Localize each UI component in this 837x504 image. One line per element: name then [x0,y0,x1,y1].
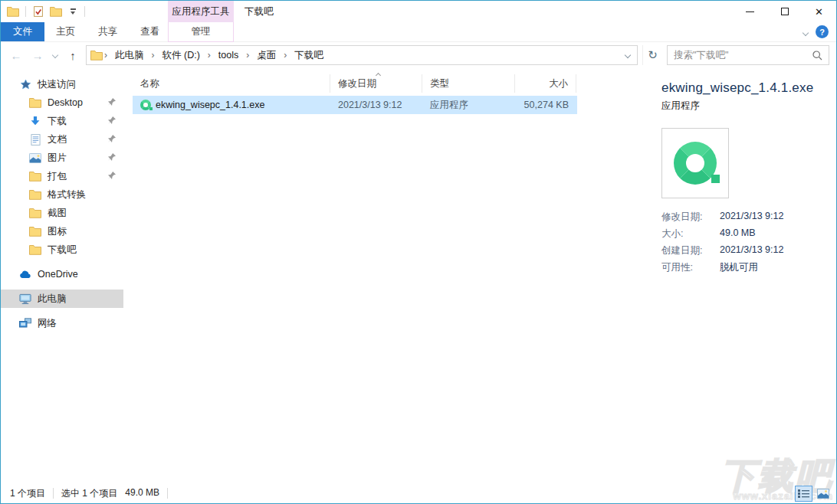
sidebar-item-dabao[interactable]: 打包 [1,167,123,185]
window-controls: ✕ [733,1,836,22]
preview-filename: ekwing_wisepc_1.4.1.exe [661,80,829,96]
quick-access-toolbar [1,4,87,19]
breadcrumb-this-pc[interactable]: 此电脑 [110,49,149,62]
qat-separator [25,6,26,17]
detail-row: 可用性: 脱机可用 [661,261,829,274]
sidebar-item-quick-access[interactable]: 快速访问 [1,75,123,93]
selected-size: 49.0 MB [125,487,159,500]
sidebar-item-label: 截图 [48,207,67,220]
detail-value: 2021/3/13 9:12 [720,244,783,257]
breadcrumb-separator: › [103,50,109,61]
tab-view[interactable]: 查看 [129,22,171,41]
detail-label: 可用性: [661,261,720,274]
recent-locations-dropdown[interactable] [51,47,60,64]
document-icon [29,133,41,146]
navigation-pane: 快速访问 Desktop 下载 文档 图片 [1,68,123,483]
folder-icon [29,207,41,219]
sidebar-item-onedrive[interactable]: OneDrive [1,265,123,283]
tab-home[interactable]: 主页 [44,22,87,41]
sidebar-item-label: 网络 [38,317,57,330]
column-header-size[interactable]: 大小 [515,74,576,93]
tab-manage[interactable]: 管理 [168,22,234,42]
breadcrumb-xiazaiba[interactable]: 下载吧 [290,49,328,62]
detail-label: 修改日期: [661,211,720,224]
tab-share[interactable]: 共享 [87,22,129,41]
help-button[interactable]: ? [816,25,829,38]
sidebar-item-label: 文档 [48,133,67,146]
column-header-name[interactable]: 名称 [133,74,330,93]
address-dropdown-button[interactable] [619,46,637,64]
file-size-cell: 50,274 KB [515,100,576,110]
up-button[interactable]: ↑ [64,47,81,64]
file-name: ekwing_wisepc_1.4.1.exe [156,100,264,110]
details-view-button[interactable] [795,486,812,502]
dropdown-arrow-icon [71,11,75,15]
sidebar-item-desktop[interactable]: Desktop [1,93,123,112]
chevron-down-icon [803,29,809,35]
sidebar-item-network[interactable]: 网络 [1,314,123,332]
breadcrumb: › 此电脑 › 软件 (D:) › tools › 桌面 › 下载吧 [103,49,328,62]
back-button[interactable]: ← [8,47,25,64]
minimize-button[interactable] [733,1,767,22]
breadcrumb-separator: › [282,50,288,61]
pin-icon [108,98,116,106]
breadcrumb-desktop[interactable]: 桌面 [252,49,281,62]
forward-button[interactable]: → [29,47,46,64]
refresh-button[interactable]: ↻ [642,45,662,65]
sidebar-item-this-pc[interactable]: 此电脑 [1,290,123,308]
close-button[interactable]: ✕ [802,1,836,22]
tab-file[interactable]: 文件 [1,22,44,41]
search-icon [812,51,822,61]
app-icon-large [674,142,717,185]
file-row-selected[interactable]: ekwing_wisepc_1.4.1.exe 2021/3/13 9:12 应… [133,96,577,114]
column-header-type[interactable]: 类型 [422,74,515,93]
file-date-cell: 2021/3/13 9:12 [330,100,422,110]
sidebar-item-format-convert[interactable]: 格式转换 [1,185,123,204]
status-bar: 1 个项目 选中 1 个项目 49.0 MB [1,483,836,503]
breadcrumb-drive-d[interactable]: 软件 (D:) [158,49,205,62]
sidebar-item-icons[interactable]: 图标 [1,222,123,241]
column-headers: 名称 修改日期 类型 大小 [133,74,651,93]
maximize-button[interactable] [767,1,802,22]
explorer-window: 应用程序工具 下载吧 ✕ 文件 主页 共享 查看 管理 ? ← → ↑ › [0,0,837,504]
main-area: 快速访问 Desktop 下载 文档 图片 [1,68,836,483]
sidebar-item-label: 图标 [48,225,67,238]
navigation-toolbar: ← → ↑ › 此电脑 › 软件 (D:) › tools › 桌面 › 下载吧 [1,42,836,68]
sort-ascending-icon [376,69,380,80]
sidebar-item-label: 下载 [48,115,67,128]
sidebar-item-screenshots[interactable]: 截图 [1,204,123,222]
item-count: 1 个项目 [10,487,45,500]
statusbar-separator [167,488,168,499]
properties-button[interactable] [31,4,45,19]
sidebar-item-label: 打包 [48,170,67,183]
sidebar-item-pictures[interactable]: 图片 [1,149,123,167]
detail-value: 49.0 MB [720,227,756,241]
pin-icon [108,116,116,124]
customize-qat-dropdown[interactable] [67,4,79,19]
preview-thumbnail [661,128,729,198]
app-file-icon [140,100,151,110]
details-pane: ekwing_wisepc_1.4.1.exe 应用程序 修改日期: 2021/… [651,68,836,483]
network-icon [19,317,31,329]
file-list: 名称 修改日期 类型 大小 ekwing_wisepc_1.4.1.exe 20… [123,68,651,483]
preview-details: 修改日期: 2021/3/13 9:12 大小: 49.0 MB 创建日期: 2… [661,211,829,274]
computer-icon [19,293,31,305]
ribbon-tab-bar: 文件 主页 共享 查看 管理 ? [1,22,836,42]
detail-row: 大小: 49.0 MB [661,227,829,241]
large-icons-view-button[interactable] [814,486,832,502]
location-folder-icon [90,49,103,61]
sidebar-item-label: 此电脑 [38,293,67,306]
column-header-date[interactable]: 修改日期 [330,74,422,93]
sidebar-item-downloads[interactable]: 下载 [1,112,123,130]
search-box[interactable] [667,45,829,65]
breadcrumb-tools[interactable]: tools [214,50,243,61]
pin-icon [108,172,116,179]
pin-icon [108,153,116,161]
search-input[interactable] [668,50,812,61]
sidebar-item-documents[interactable]: 文档 [1,130,123,149]
breadcrumb-separator: › [206,50,212,61]
new-folder-button[interactable] [49,4,63,19]
sidebar-item-xiazaiba[interactable]: 下载吧 [1,241,123,259]
ribbon-expand-button[interactable] [803,27,808,38]
address-bar[interactable]: › 此电脑 › 软件 (D:) › tools › 桌面 › 下载吧 [86,45,638,65]
